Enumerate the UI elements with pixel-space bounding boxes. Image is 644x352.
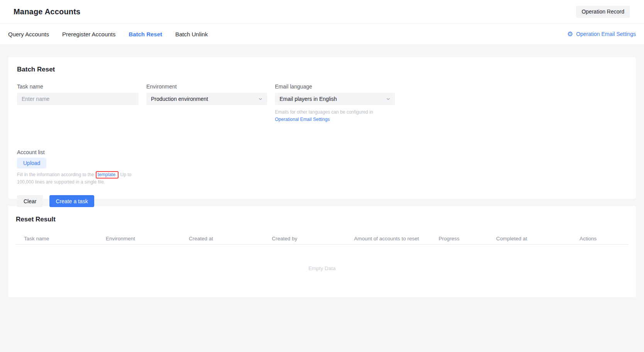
empty-data-placeholder: Empty Data [16,245,628,271]
tab-batch-unlink[interactable]: Batch Unlink [175,31,208,37]
account-list-section: Account list Upload Fill in the informat… [17,149,627,186]
chevron-down-icon [258,97,263,101]
column-header-actions: Actions [571,236,628,241]
template-link-highlight-box: template. [96,171,119,179]
batch-reset-card: Batch Reset Task name Environment Produc… [8,57,636,199]
tab-batch-reset[interactable]: Batch Reset [129,31,162,37]
batch-reset-form-row: Task name Environment Production environ… [17,83,627,123]
tab-bar: Query Accounts Preregister Accounts Batc… [0,24,644,45]
operation-email-settings-link[interactable]: ⚙ Operation Email Settings [567,31,636,37]
environment-select[interactable]: Production environment [146,93,267,105]
upload-hint-period: . [115,172,117,177]
top-bar: Manage Accounts Operation Record [0,0,644,24]
email-language-field: Email language Email players in English … [275,83,395,123]
environment-select-value: Production environment [151,96,208,102]
tab-list: Query Accounts Preregister Accounts Batc… [8,31,208,37]
operation-email-settings-label: Operation Email Settings [576,31,636,37]
task-name-field: Task name [17,83,139,123]
form-buttons-row: Clear Create a task [17,195,627,207]
column-header-created-by: Created by [264,236,346,241]
clear-button[interactable]: Clear [17,195,43,207]
reset-result-card: Reset Result Task name Environment Creat… [8,206,636,297]
reset-result-table-header: Task name Environment Created at Created… [16,233,628,245]
template-link[interactable]: template [98,172,115,177]
reset-result-title: Reset Result [16,215,628,224]
task-name-label: Task name [17,83,139,90]
chevron-down-icon [386,97,390,101]
email-language-hint: Emails for other languages can be config… [275,109,395,116]
operation-record-button[interactable]: Operation Record [576,6,630,18]
upload-hint: Fill in the information according to the… [17,171,137,186]
column-header-amount: Amount of accounts to reset [346,236,430,241]
page-title: Manage Accounts [14,7,80,16]
content-area: Batch Reset Task name Environment Produc… [0,45,644,297]
create-task-button[interactable]: Create a task [49,195,94,207]
email-language-label: Email language [275,83,395,90]
account-list-label: Account list [17,149,627,155]
tab-query-accounts[interactable]: Query Accounts [8,31,49,37]
column-header-created-at: Created at [181,236,264,241]
environment-field: Environment Production environment [146,83,267,123]
column-header-task-name: Task name [16,236,98,241]
operational-email-settings-link[interactable]: Operational Email Settings [275,116,330,123]
task-name-input[interactable] [17,93,139,105]
upload-button[interactable]: Upload [17,158,46,168]
environment-label: Environment [146,83,267,90]
gear-icon: ⚙ [567,31,573,37]
upload-hint-prefix: Fill in the information according to the [17,172,95,177]
email-language-select-value: Email players in English [280,96,337,102]
tab-preregister-accounts[interactable]: Preregister Accounts [62,31,115,37]
column-header-completed-at: Completed at [488,236,571,241]
email-language-select[interactable]: Email players in English [275,93,395,105]
column-header-environment: Environment [98,236,181,241]
column-header-progress: Progress [430,236,488,241]
batch-reset-title: Batch Reset [17,65,627,74]
